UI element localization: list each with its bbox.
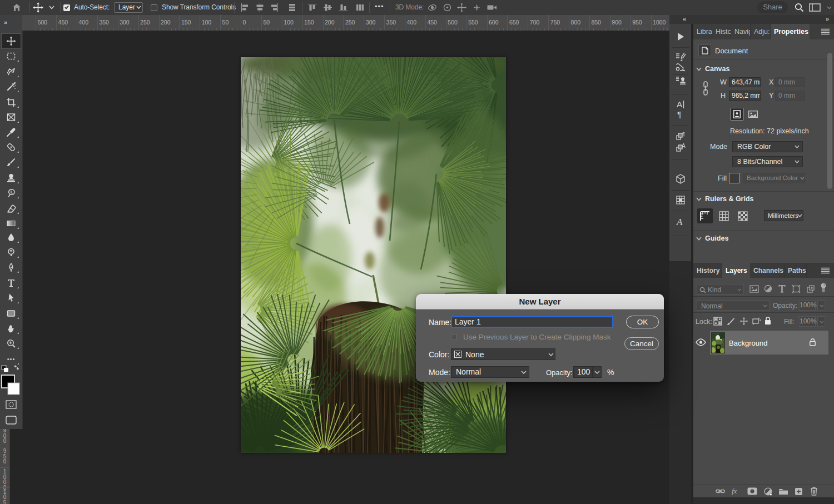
svg-text:¶: ¶ bbox=[677, 109, 682, 119]
svg-text:A: A bbox=[682, 143, 686, 149]
svg-text:A: A bbox=[676, 217, 683, 227]
svg-text:¶: ¶ bbox=[682, 131, 685, 137]
